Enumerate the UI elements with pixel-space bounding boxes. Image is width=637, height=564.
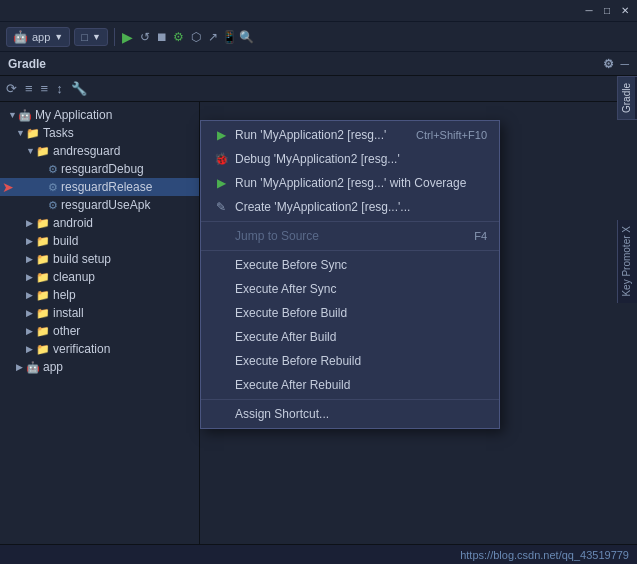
refresh-panel-icon[interactable]: ⟳ [6, 81, 17, 96]
create-menu-icon: ✎ [213, 199, 229, 215]
separator-1 [201, 221, 499, 222]
android-icon: 🤖 [13, 30, 28, 44]
folder-icon: 📁 [36, 271, 50, 284]
minimize-panel-icon[interactable]: ─ [620, 57, 629, 71]
tree-item-help[interactable]: ▶ 📁 help [0, 286, 199, 304]
search-icon[interactable]: 🔍 [240, 30, 254, 44]
tree-item-verification[interactable]: ▶ 📁 verification [0, 340, 199, 358]
separator-2 [201, 250, 499, 251]
menu-item-exec-after-rebuild[interactable]: Execute After Rebuild [201, 373, 499, 397]
exec-icon [213, 257, 229, 273]
tree-item-app[interactable]: ▶ 🤖 app [0, 358, 199, 376]
tree-label: other [53, 324, 80, 338]
arrow-icon: ▶ [26, 236, 36, 246]
tree-item-root[interactable]: ▼ 🤖 My Application [0, 106, 199, 124]
jump-shortcut: F4 [474, 230, 487, 242]
collapse-all-icon[interactable]: ≡ [25, 81, 33, 96]
menu-item-exec-before-sync[interactable]: Execute Before Sync [201, 253, 499, 277]
menu-item-exec-after-sync[interactable]: Execute After Sync [201, 277, 499, 301]
run-icon[interactable]: ▶ [121, 30, 135, 44]
app-selector[interactable]: 🤖 app ▼ [6, 27, 70, 47]
tree-label: resguardRelease [61, 180, 152, 194]
maximize-button[interactable]: □ [599, 4, 615, 18]
arrow-icon: ▶ [26, 344, 36, 354]
device-selector[interactable]: □ ▼ [74, 28, 108, 46]
menu-item-label: Jump to Source [235, 229, 319, 243]
tree-label: andresguard [53, 144, 120, 158]
arrow-icon: ▶ [26, 218, 36, 228]
folder-icon: 📁 [36, 217, 50, 230]
avd-manager-icon[interactable]: 📱 [223, 30, 237, 44]
arrow-icon: ▼ [8, 110, 18, 120]
folder-icon: 📁 [36, 289, 50, 302]
tree-label: build [53, 234, 78, 248]
tree-item-tasks[interactable]: ▼ 📁 Tasks [0, 124, 199, 142]
tree-label: verification [53, 342, 110, 356]
menu-item-create[interactable]: ✎ Create 'MyApplication2 [resg...'... [201, 195, 499, 219]
stop-icon[interactable]: ⏹ [155, 30, 169, 44]
build-icon[interactable]: ⬡ [189, 30, 203, 44]
tree-item-cleanup[interactable]: ▶ 📁 cleanup [0, 268, 199, 286]
tree-item-build-setup[interactable]: ▶ 📁 build setup [0, 250, 199, 268]
tree-item-other[interactable]: ▶ 📁 other [0, 322, 199, 340]
tree-item-build[interactable]: ▶ 📁 build [0, 232, 199, 250]
window-controls: ─ □ ✕ [581, 4, 633, 18]
refresh-icon[interactable]: ↺ [138, 30, 152, 44]
arrow-icon: ▶ [26, 326, 36, 336]
menu-item-exec-before-rebuild[interactable]: Execute Before Rebuild [201, 349, 499, 373]
menu-item-label: Execute Before Rebuild [235, 354, 361, 368]
tree-panel: ▼ 🤖 My Application ▼ 📁 Tasks ▼ 📁 andresg… [0, 102, 200, 564]
gradle-sync-icon[interactable]: ⚙ [172, 30, 186, 44]
menu-item-run-coverage[interactable]: ▶ Run 'MyApplication2 [resg...' with Cov… [201, 171, 499, 195]
red-arrow-icon: ➤ [2, 179, 14, 195]
panel-header-icons: ⚙ ─ [603, 57, 629, 71]
minimize-button[interactable]: ─ [581, 4, 597, 18]
key-promoter-tab[interactable]: Key Promoter X [617, 220, 637, 303]
jump-menu-icon [213, 228, 229, 244]
run-menu-icon: ▶ [213, 127, 229, 143]
tree-label: My Application [35, 108, 112, 122]
exec-icon [213, 377, 229, 393]
menu-item-label: Execute After Rebuild [235, 378, 350, 392]
folder-icon: 📁 [36, 235, 50, 248]
menu-item-exec-after-build[interactable]: Execute After Build [201, 325, 499, 349]
gear-icon: ⚙ [48, 181, 58, 194]
gradle-panel-title: Gradle [8, 57, 46, 71]
toolbar-separator-1 [114, 28, 115, 46]
debug-menu-icon: 🐞 [213, 151, 229, 167]
sdk-manager-icon[interactable]: ↗ [206, 30, 220, 44]
close-button[interactable]: ✕ [617, 4, 633, 18]
menu-item-jump-source[interactable]: Jump to Source F4 [201, 224, 499, 248]
tree-item-resguard-debug[interactable]: ⚙ resguardDebug [0, 160, 199, 178]
menu-item-assign-shortcut[interactable]: Assign Shortcut... [201, 402, 499, 426]
tree-item-resguard-useapk[interactable]: ⚙ resguardUseApk [0, 196, 199, 214]
menu-item-label: Create 'MyApplication2 [resg...'... [235, 200, 410, 214]
link-icon[interactable]: ↕ [56, 81, 63, 96]
tree-label: Tasks [43, 126, 74, 140]
tree-item-resguard-release[interactable]: ➤ ⚙ resguardRelease [0, 178, 199, 196]
gradle-side-tab[interactable]: Gradle [617, 76, 637, 120]
panel-toolbar: ⟳ ≡ ≡ ↕ 🔧 [0, 76, 637, 102]
menu-item-run[interactable]: ▶ Run 'MyApplication2 [resg...' Ctrl+Shi… [201, 123, 499, 147]
menu-item-exec-before-build[interactable]: Execute Before Build [201, 301, 499, 325]
menu-item-label: Run 'MyApplication2 [resg...' [235, 128, 386, 142]
menu-item-debug[interactable]: 🐞 Debug 'MyApplication2 [resg...' [201, 147, 499, 171]
tree-label: help [53, 288, 76, 302]
expand-all-icon[interactable]: ≡ [41, 81, 49, 96]
folder-icon: 📁 [36, 343, 50, 356]
folder-icon: 📁 [36, 307, 50, 320]
arrow-icon: ▶ [26, 290, 36, 300]
exec-icon [213, 281, 229, 297]
settings-icon[interactable]: ⚙ [603, 57, 614, 71]
tree-label: resguardUseApk [61, 198, 150, 212]
folder-icon: 📁 [36, 145, 50, 158]
action-icons: ▶ ↺ ⏹ ⚙ ⬡ ↗ 📱 🔍 [121, 30, 254, 44]
wrench-icon[interactable]: 🔧 [71, 81, 87, 96]
tree-item-install[interactable]: ▶ 📁 install [0, 304, 199, 322]
menu-item-label: Run 'MyApplication2 [resg...' with Cover… [235, 176, 466, 190]
menu-item-label: Execute After Sync [235, 282, 336, 296]
menu-item-label: Assign Shortcut... [235, 407, 329, 421]
tree-item-android[interactable]: ▶ 📁 android [0, 214, 199, 232]
tree-item-andresguard[interactable]: ▼ 📁 andresguard [0, 142, 199, 160]
exec-icon [213, 329, 229, 345]
